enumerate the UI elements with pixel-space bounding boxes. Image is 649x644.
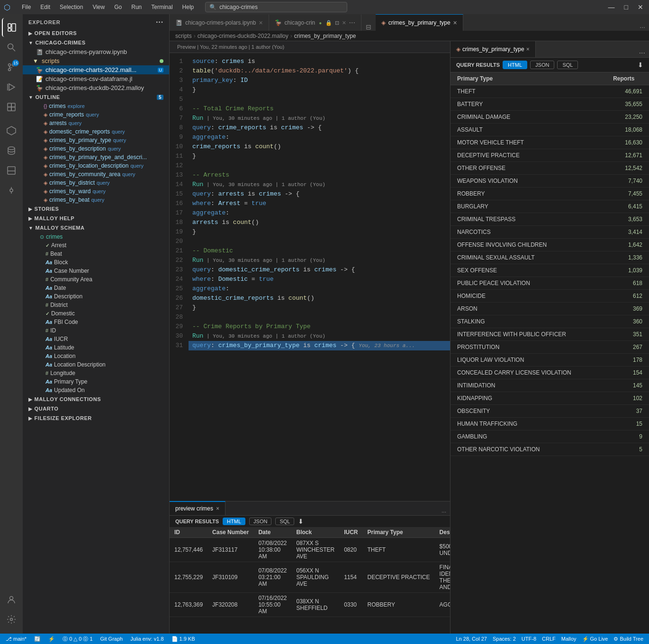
menu-run[interactable]: Run bbox=[127, 3, 145, 11]
schema-description[interactable]: Aa Description bbox=[23, 292, 169, 301]
rp-tab-close[interactable]: × bbox=[526, 46, 530, 53]
bottom-sql-btn[interactable]: SQL bbox=[275, 518, 294, 525]
status-errors[interactable]: ⓪ 0 △ 0 ⓪ 1 bbox=[61, 635, 94, 643]
outline-location[interactable]: ◈ crimes_by_location_description query bbox=[23, 161, 169, 170]
schema-iucr[interactable]: Aa IUCR bbox=[23, 335, 169, 343]
bottom-html-btn[interactable]: HTML bbox=[223, 518, 245, 525]
minimize-button[interactable]: — bbox=[606, 2, 617, 12]
activity-accounts[interactable] bbox=[2, 590, 21, 609]
right-sql-btn[interactable]: SQL bbox=[557, 61, 578, 69]
outline-community[interactable]: ◈ crimes_by_community_area query bbox=[23, 170, 169, 179]
schema-community-area[interactable]: # Community Area bbox=[23, 275, 169, 284]
status-go-live[interactable]: ⚡ Go Live bbox=[580, 636, 610, 642]
bottom-json-btn[interactable]: JSON bbox=[249, 518, 271, 525]
outline-arrests[interactable]: ◈ arrests query bbox=[23, 119, 169, 127]
schema-primary-type[interactable]: Aa Primary Type bbox=[23, 377, 169, 386]
activity-explorer[interactable] bbox=[2, 18, 21, 37]
title-search-bar[interactable]: 🔍 chicago-crimes bbox=[205, 2, 347, 12]
status-lightning[interactable]: ⚡ bbox=[46, 636, 57, 642]
activity-database[interactable] bbox=[2, 141, 21, 160]
outline-crime-reports[interactable]: ◈ crime_reports query bbox=[23, 110, 169, 119]
menu-go[interactable]: Go bbox=[110, 3, 126, 11]
status-branch[interactable]: ⎇ main* bbox=[4, 636, 28, 642]
bottom-more-icon[interactable]: ··· bbox=[442, 509, 446, 515]
schema-location-desc[interactable]: Aa Location Description bbox=[23, 360, 169, 369]
malloy-schema-section[interactable]: ▼ MALLOY SCHEMA bbox=[23, 223, 169, 233]
code-content[interactable]: 12345 678910 1112131415 1617181920 21222… bbox=[170, 53, 450, 501]
open-editors-section[interactable]: ▶ OPEN EDITORS bbox=[23, 28, 169, 38]
status-sync[interactable]: 🔄 bbox=[32, 636, 43, 642]
right-table-wrap[interactable]: Primary Type Reports THEFT46,691BATTERY3… bbox=[451, 72, 649, 634]
file-malloy-charts[interactable]: 🦆 chicago-crime-charts-2022.mall... U bbox=[23, 65, 169, 74]
schema-arrest[interactable]: ✓ Arrest bbox=[23, 241, 169, 250]
schema-crimes[interactable]: ⊙ crimes bbox=[23, 233, 169, 241]
schema-block[interactable]: Aa Block bbox=[23, 258, 169, 267]
right-download-btn[interactable]: ⬇ bbox=[638, 61, 643, 69]
schema-date[interactable]: Aa Date bbox=[23, 284, 169, 292]
file-pyarrow[interactable]: 📓 chicago-crimes-pyarrow.ipynb bbox=[23, 47, 169, 56]
activity-run[interactable] bbox=[2, 78, 21, 97]
file-csv-dataframe[interactable]: 📝 chicago-crimes-csv-dataframe.jl bbox=[23, 74, 169, 83]
rp-more-button[interactable]: ··· bbox=[635, 49, 649, 57]
bottom-results-table-wrap[interactable]: ID Case Number Date Block IUCR Primary T… bbox=[170, 527, 450, 634]
status-eol[interactable]: CRLF bbox=[540, 636, 558, 642]
menu-help[interactable]: Help bbox=[179, 3, 198, 11]
schema-case-number[interactable]: Aa Case Number bbox=[23, 267, 169, 275]
tab-more-actions[interactable]: ··· bbox=[640, 23, 645, 31]
outline-beat[interactable]: ◈ crimes_by_beat query bbox=[23, 196, 169, 204]
schema-fbi-code[interactable]: Aa FBI Code bbox=[23, 318, 169, 326]
tab-crimes-close[interactable]: × bbox=[453, 19, 457, 27]
activity-settings[interactable] bbox=[2, 610, 21, 629]
rp-tab-crimes[interactable]: ◈ crimes_by_primary_type × bbox=[451, 41, 536, 57]
status-language[interactable]: Malloy bbox=[559, 636, 578, 642]
bottom-tab-close[interactable]: × bbox=[216, 505, 219, 512]
tab-crin-close[interactable]: × bbox=[342, 19, 346, 27]
schema-district[interactable]: # District bbox=[23, 301, 169, 309]
malloy-connections-section[interactable]: ▶ MALLOY CONNECTIONS bbox=[23, 394, 169, 404]
chicago-crimes-section[interactable]: ▼ CHICAGO-CRIMES bbox=[23, 38, 169, 47]
bottom-tab-preview[interactable]: preview crimes × bbox=[170, 501, 225, 515]
code-text[interactable]: source: crimes is table('duckdb:../data/… bbox=[189, 53, 450, 501]
breadcrumb-malloy[interactable]: chicago-crimes-duckdb-2022.malloy bbox=[198, 33, 288, 39]
close-button[interactable]: ✕ bbox=[636, 2, 645, 12]
quarto-section[interactable]: ▶ QUARTO bbox=[23, 404, 169, 413]
menu-selection[interactable]: Selection bbox=[56, 3, 87, 11]
outline-crimes[interactable]: {} crimes explore bbox=[23, 102, 169, 110]
status-filesize[interactable]: 📄 1.9 KB bbox=[170, 636, 197, 642]
activity-extensions[interactable] bbox=[2, 98, 21, 116]
tab-split-button[interactable]: ⊟ bbox=[361, 23, 376, 31]
tab-crin[interactable]: 🦆 chicago-crin ● 🔒 ⊡ × ··· bbox=[269, 14, 361, 31]
activity-git[interactable] bbox=[2, 181, 21, 200]
tab-polars-close[interactable]: × bbox=[259, 19, 262, 27]
outline-ward[interactable]: ◈ crimes_by_ward query bbox=[23, 187, 169, 196]
schema-beat[interactable]: # Beat bbox=[23, 250, 169, 258]
right-html-btn[interactable]: HTML bbox=[503, 61, 527, 69]
activity-malloy[interactable] bbox=[2, 121, 21, 140]
status-build-tree[interactable]: ⚙ Build Tree bbox=[612, 636, 645, 642]
activity-source-control[interactable]: 15 bbox=[2, 58, 21, 77]
menu-edit[interactable]: Edit bbox=[36, 3, 54, 11]
activity-search[interactable] bbox=[2, 38, 21, 57]
status-spaces[interactable]: Spaces: 2 bbox=[491, 636, 518, 642]
status-julia[interactable]: Julia env: v1.8 bbox=[128, 636, 165, 642]
folder-scripts[interactable]: ▼ scripts bbox=[23, 56, 169, 65]
activity-panel[interactable] bbox=[2, 161, 21, 180]
outline-district[interactable]: ◈ crimes_by_district query bbox=[23, 179, 169, 187]
tab-polars[interactable]: 📓 chicago-crimes-polars.ipynb × bbox=[170, 14, 269, 31]
outline-description[interactable]: ◈ crimes_by_description query bbox=[23, 144, 169, 153]
status-encoding[interactable]: UTF-8 bbox=[520, 636, 538, 642]
maximize-button[interactable]: □ bbox=[622, 2, 630, 12]
menu-view[interactable]: View bbox=[89, 3, 108, 11]
outline-primary-type[interactable]: ◈ crimes_by_primary_type query bbox=[23, 136, 169, 144]
schema-id[interactable]: # ID bbox=[23, 326, 169, 335]
right-json-btn[interactable]: JSON bbox=[530, 61, 554, 69]
schema-location[interactable]: Aa Location bbox=[23, 352, 169, 360]
tab-crimes-by-type[interactable]: ◈ crimes_by_primary_type × bbox=[376, 14, 463, 31]
schema-domestic[interactable]: ✓ Domestic bbox=[23, 309, 169, 318]
outline-domestic[interactable]: ◈ domestic_crime_reports query bbox=[23, 127, 169, 136]
status-position[interactable]: Ln 28, Col 27 bbox=[454, 636, 488, 642]
malloy-help-section[interactable]: ▶ MALLOY HELP bbox=[23, 214, 169, 223]
filesize-section[interactable]: ▶ FILESIZE EXPLORER bbox=[23, 413, 169, 423]
breadcrumb-scripts[interactable]: scripts bbox=[175, 33, 192, 39]
menu-file[interactable]: File bbox=[18, 3, 35, 11]
